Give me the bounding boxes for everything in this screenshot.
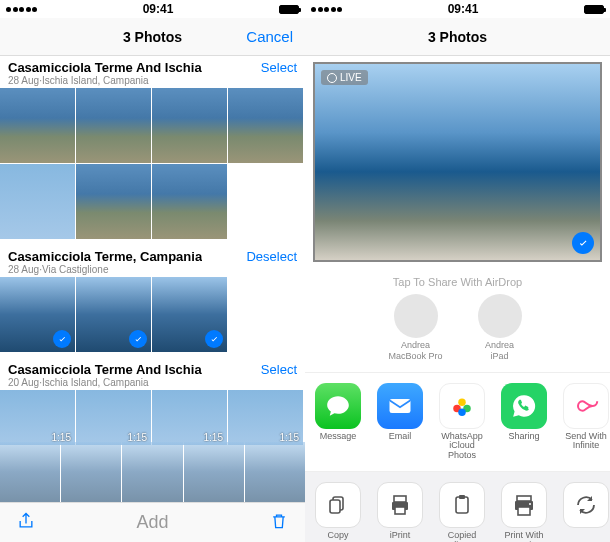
avatar	[394, 294, 438, 338]
email-icon	[377, 383, 423, 429]
status-bar: 09:41	[0, 0, 305, 18]
nav-bar: 3 Photos Cancel	[0, 18, 305, 56]
section-header: Casamicciola Terme And Ischia 28 Aug·Isc…	[0, 56, 305, 88]
section-subtitle: 28 Aug·Via Castiglione	[8, 264, 202, 275]
svg-rect-12	[517, 496, 531, 501]
battery-icon	[279, 5, 299, 14]
signal-icon	[311, 7, 342, 12]
deselect-button[interactable]: Deselect	[240, 249, 297, 264]
delete-button[interactable]	[269, 510, 289, 535]
selected-photo[interactable]: LIVE	[313, 62, 602, 262]
infinite-icon	[563, 383, 609, 429]
photo-thumb[interactable]	[0, 88, 75, 163]
photo-thumb[interactable]	[0, 164, 75, 239]
action-printer-pro[interactable]: Print With Run Printer Pro Workflow	[495, 482, 553, 542]
photo-thumb[interactable]	[228, 88, 303, 163]
signal-icon	[6, 7, 37, 12]
nav-bar: 3 Photos	[305, 18, 610, 56]
photo-thumb[interactable]	[152, 164, 227, 239]
svg-rect-11	[459, 495, 465, 499]
whatsapp-icon	[501, 383, 547, 429]
battery-icon	[584, 5, 604, 14]
copy-icon	[315, 482, 361, 528]
svg-point-4	[458, 408, 466, 416]
check-icon	[53, 330, 71, 348]
action-print[interactable]: iPrint	[371, 482, 429, 542]
status-time: 09:41	[143, 2, 174, 16]
photo-thumb[interactable]	[0, 277, 75, 352]
share-app-whatsapp[interactable]: Sharing	[495, 383, 553, 462]
add-button[interactable]: Add	[136, 512, 168, 533]
section-title: Casamicciola Terme And Ischia	[8, 60, 202, 75]
share-app-email[interactable]: Email	[371, 383, 429, 462]
clipboard-icon	[439, 482, 485, 528]
svg-rect-0	[390, 399, 411, 413]
check-icon	[129, 330, 147, 348]
section-header: Casamicciola Terme, Campania 28 Aug·Via …	[0, 245, 305, 277]
status-time: 09:41	[448, 2, 479, 16]
airdrop-target[interactable]: AndreaMacBook Pro	[386, 294, 446, 362]
status-right	[279, 5, 299, 14]
video-thumb[interactable]: 1:15	[76, 390, 151, 445]
check-icon	[205, 330, 223, 348]
trash-icon	[269, 510, 289, 532]
share-app-message[interactable]: Message	[309, 383, 367, 462]
svg-rect-6	[330, 500, 340, 513]
airdrop-target[interactable]: AndreaiPad	[470, 294, 530, 362]
section-title: Casamicciola Terme, Campania	[8, 249, 202, 264]
photos-select-screen: 09:41 3 Photos Cancel Casamicciola Terme…	[0, 0, 305, 542]
section-subtitle: 28 Aug·Ischia Island, Campania	[8, 75, 202, 86]
airdrop-section: Tap To Share With AirDrop AndreaMacBook …	[305, 268, 610, 373]
icloud-photos-icon	[439, 383, 485, 429]
avatar	[478, 294, 522, 338]
photo-grid	[0, 88, 305, 239]
preview-strip	[0, 442, 305, 502]
nav-title: 3 Photos	[305, 29, 610, 45]
share-sheet-screen: 09:41 3 Photos LIVE Tap To Share With Ai…	[305, 0, 610, 542]
live-badge: LIVE	[321, 70, 368, 85]
refresh-icon	[563, 482, 609, 528]
photo-thumb[interactable]	[152, 88, 227, 163]
photo-thumb[interactable]	[76, 277, 151, 352]
video-thumb[interactable]: 1:15	[152, 390, 227, 445]
video-thumb[interactable]: 1:15	[0, 390, 75, 445]
share-icon	[16, 510, 36, 532]
video-grid: 1:15 1:15 1:15 1:15	[0, 390, 305, 445]
printer-icon	[501, 482, 547, 528]
photo-thumb[interactable]	[76, 88, 151, 163]
photo-grid	[0, 277, 305, 352]
section-subtitle: 20 Aug·Ischia Island, Campania	[8, 377, 202, 388]
svg-rect-9	[395, 507, 405, 514]
cancel-button[interactable]: Cancel	[246, 28, 293, 45]
airdrop-title: Tap To Share With AirDrop	[305, 276, 610, 288]
svg-point-14	[529, 503, 531, 505]
select-button[interactable]: Select	[255, 362, 297, 377]
svg-point-1	[458, 398, 466, 406]
video-thumb[interactable]: 1:15	[228, 390, 303, 445]
svg-rect-7	[394, 496, 406, 502]
share-app-icloud[interactable]: WhatsApp iCloud Photos	[433, 383, 491, 462]
share-actions-row: Copy iPrint Copied Clipper Print With Ru…	[305, 472, 610, 542]
share-app-infinite[interactable]: Send With Infinite	[557, 383, 610, 462]
status-left	[6, 7, 37, 12]
share-button[interactable]	[16, 510, 36, 535]
action-copy[interactable]: Copy	[309, 482, 367, 542]
section-title: Casamicciola Terme And Ischia	[8, 362, 202, 377]
select-button[interactable]: Select	[255, 60, 297, 75]
section-header: Casamicciola Terme And Ischia 20 Aug·Isc…	[0, 358, 305, 390]
toolbar: Add	[0, 502, 305, 542]
svg-rect-10	[456, 497, 468, 513]
print-icon	[377, 482, 423, 528]
check-icon	[572, 232, 594, 254]
svg-rect-15	[518, 507, 530, 515]
message-icon	[315, 383, 361, 429]
action-workflow[interactable]	[557, 482, 610, 542]
action-clipper[interactable]: Copied Clipper	[433, 482, 491, 542]
share-apps-row: Message Email WhatsApp iCloud Photos Sha…	[305, 373, 610, 473]
photo-thumb[interactable]	[152, 277, 227, 352]
status-bar: 09:41	[305, 0, 610, 18]
photo-thumb[interactable]	[76, 164, 151, 239]
